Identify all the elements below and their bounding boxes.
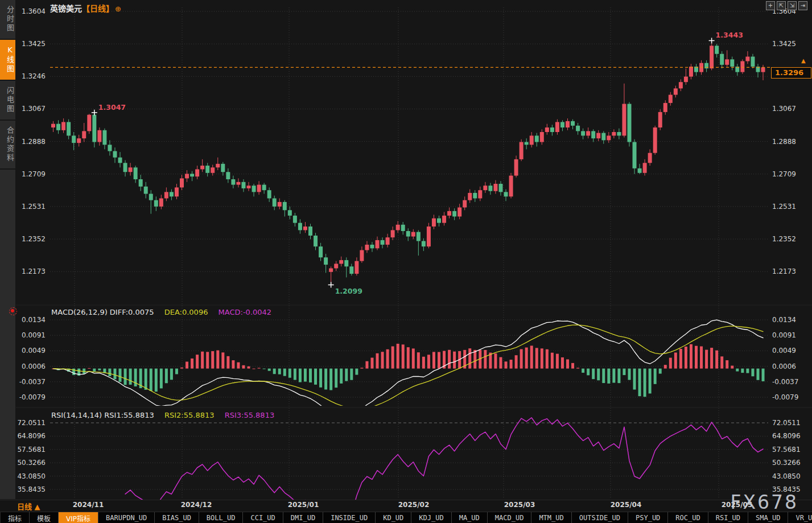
toolbar-button-模板[interactable]: 模板 [30,512,59,523]
toolbar-button-VIP指标[interactable]: VIP指标 [59,512,98,523]
chart-tool-icons: +⇱⇲⇥ [766,1,807,10]
price-tick-right: 1.2173 [772,267,796,275]
macd-tick-right: 0.0134 [772,316,796,324]
price-tick-right: 1.2531 [772,203,796,211]
rsi1-label: RSI(14,14,14) RSI1:55.8813 [51,411,154,419]
zoom-axis-right-icon[interactable]: ⇲ [788,1,797,10]
zoom-axis-left-icon[interactable]: ⇱ [777,1,786,10]
macd-tick-left: 0.0091 [16,331,46,339]
add-indicator-icon[interactable]: ⊕ [115,5,121,13]
toolbar-button-KD_UD[interactable]: KD_UD [376,512,411,523]
macd-diff-label: MACD(26,12,9) DIFF:0.0075 [51,308,154,316]
toolbar-button-CCI_UD[interactable]: CCI_UD [243,512,283,523]
toolbar-button-指标[interactable]: 指标 [1,512,30,523]
high-price-annotation: 1.3443 [716,31,743,39]
price-tick-left: 1.2352 [16,235,46,243]
price-tick-right: 1.3425 [772,40,796,48]
toolbar-button-VR_UD[interactable]: VR_UD [788,512,812,523]
rsi-tick-left: 35.8435 [16,485,46,493]
price-tick-left: 1.2709 [16,170,46,178]
toolbar-button-BIAS_UD[interactable]: BIAS_UD [155,512,199,523]
macd-tick-right: 0.0049 [772,347,796,355]
price-tick-left: 1.3604 [16,7,46,15]
price-tick-right: 1.2709 [772,170,796,178]
macd-value-label: MACD:-0.0042 [219,308,272,316]
toolbar-button-SMA_UD[interactable]: SMA_UD [748,512,788,523]
period-arrow-icon: ▲ [35,503,40,511]
macd-tick-right: -0.0037 [772,378,798,386]
fx678-watermark: FX678 [730,491,798,513]
rsi2-label: RSI2:55.8813 [164,411,215,419]
sidebar-tab-0[interactable]: 分时图 [0,0,15,40]
period-label: 日线 [17,503,32,511]
rsi-tick-left: 57.5681 [16,446,46,454]
toolbar-button-ROC_UD[interactable]: ROC_UD [668,512,708,523]
toolbar-button-PSY_UD[interactable]: PSY_UD [628,512,668,523]
date-label: 2024/11 [73,501,104,509]
sidebar-tab-1[interactable]: K线图 [0,40,15,81]
macd-tick-left: 0.0049 [16,347,46,355]
indicator-toolbar: 指标模板VIP指标BARUPDN_UDBIAS_UDBOLL_UDCCI_UDD… [0,512,812,523]
candlestick-chart-canvas[interactable] [0,0,812,523]
period-selector[interactable]: 日线 ▲ [17,501,40,512]
toolbar-button-MTM_UD[interactable]: MTM_UD [531,512,571,523]
exit-chart-icon[interactable]: ⇥ [798,1,807,10]
toolbar-button-DMI_UD[interactable]: DMI_UD [283,512,323,523]
chart-type-sidebar: 分时图K线图闪电图合约资料 [0,0,15,499]
rsi-tick-left: 50.3266 [16,459,46,467]
toolbar-button-MACD_UD[interactable]: MACD_UD [488,512,532,523]
date-label: 2025/03 [504,501,535,509]
macd-label-row: MACD(26,12,9) DIFF:0.0075 DEA:0.0096 MAC… [51,308,279,316]
low-price-annotation: 1.2099 [335,287,362,295]
date-label: 2025/01 [288,501,319,509]
chart-title: 英镑美元【日线】⊕ [50,2,121,14]
date-label: 2025/04 [611,501,641,509]
rsi-tick-left: 72.0511 [16,419,46,427]
toolbar-button-BOLL_UD[interactable]: BOLL_UD [199,512,244,523]
last-price-badge: 1.3296 [771,67,811,79]
high-price-annotation: 1.3047 [98,103,126,112]
period-tag: 【日线】 [82,4,114,13]
macd-tick-right: 0.0006 [772,363,796,370]
recording-status-icon [9,307,17,315]
macd-tick-left: -0.0079 [16,393,46,401]
rsi-tick-right: 64.8096 [772,432,801,440]
rsi-tick-left: 64.8096 [16,432,46,440]
macd-tick-right: -0.0079 [772,393,798,401]
date-label: 2025/02 [398,501,429,509]
crosshair-move-icon[interactable]: + [766,1,775,10]
price-tick-right: 1.2888 [772,138,796,146]
price-tick-left: 1.3425 [16,40,46,48]
symbol-name: 英镑美元 [50,4,82,13]
toolbar-button-RSI_UD[interactable]: RSI_UD [708,512,748,523]
rsi-tick-right: 72.0511 [772,419,801,427]
sidebar-tab-3[interactable]: 合约资料 [0,121,15,170]
price-tick-left: 1.3246 [16,72,46,80]
price-tick-right: 1.3067 [772,105,796,113]
macd-dea-label: DEA:0.0096 [164,308,208,316]
price-up-arrow-icon: ▲ [801,57,806,64]
toolbar-button-INSIDE_UD[interactable]: INSIDE_UD [323,512,376,523]
trading-app: 分时图K线图闪电图合约资料 英镑美元【日线】⊕ +⇱⇲⇥ MACD(26,12,… [0,0,812,523]
price-tick-left: 1.2888 [16,138,46,146]
macd-tick-right: 0.0091 [772,331,796,339]
date-label: 2024/12 [181,501,212,509]
rsi-tick-right: 43.0850 [772,472,801,480]
toolbar-button-OUTSIDE_UD[interactable]: OUTSIDE_UD [572,512,628,523]
rsi3-label: RSI3:55.8813 [225,411,275,419]
rsi-tick-right: 57.5681 [772,446,801,454]
toolbar-button-BARUPDN_UD[interactable]: BARUPDN_UD [98,512,155,523]
macd-tick-left: 0.0006 [16,363,46,370]
toolbar-button-KDJ_UD[interactable]: KDJ_UD [411,512,451,523]
sidebar-tab-2[interactable]: 闪电图 [0,81,15,121]
macd-tick-left: 0.0134 [16,316,46,324]
toolbar-button-MA_UD[interactable]: MA_UD [452,512,488,523]
rsi-tick-left: 43.0850 [16,472,46,480]
price-tick-left: 1.3067 [16,105,46,113]
price-tick-left: 1.2531 [16,203,46,211]
macd-tick-left: -0.0037 [16,378,46,386]
price-tick-left: 1.2173 [16,267,46,275]
price-tick-right: 1.2352 [772,235,796,243]
rsi-label-row: RSI(14,14,14) RSI1:55.8813 RSI2:55.8813 … [51,411,282,419]
rsi-tick-right: 50.3266 [772,459,801,467]
